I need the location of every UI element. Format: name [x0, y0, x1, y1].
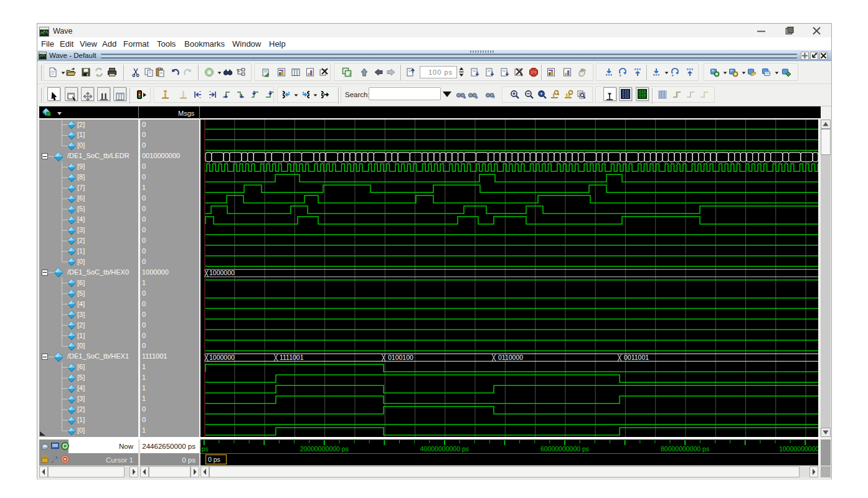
- svg-text:20000000000 ps: 20000000000 ps: [300, 445, 349, 453]
- svg-text:0110000: 0110000: [498, 354, 523, 361]
- svg-text:0011001: 0011001: [624, 354, 649, 361]
- svg-text:60000000000 ps: 60000000000 ps: [540, 445, 589, 453]
- svg-text:1111001: 1111001: [280, 354, 304, 361]
- svg-text:40000000000 ps: 40000000000 ps: [420, 445, 469, 453]
- svg-text:1000000: 1000000: [209, 269, 235, 276]
- svg-text:0 ps: 0 ps: [200, 445, 209, 453]
- svg-text:80000000000 ps: 80000000000 ps: [661, 445, 709, 453]
- svg-text:0 ps: 0 ps: [208, 456, 220, 463]
- svg-text:0100100: 0100100: [388, 354, 413, 361]
- svg-text:100000000000 ps: 100000000000 ps: [779, 445, 818, 453]
- svg-text:17:0: 17:0: [531, 71, 537, 74]
- svg-text:1000000: 1000000: [209, 354, 235, 361]
